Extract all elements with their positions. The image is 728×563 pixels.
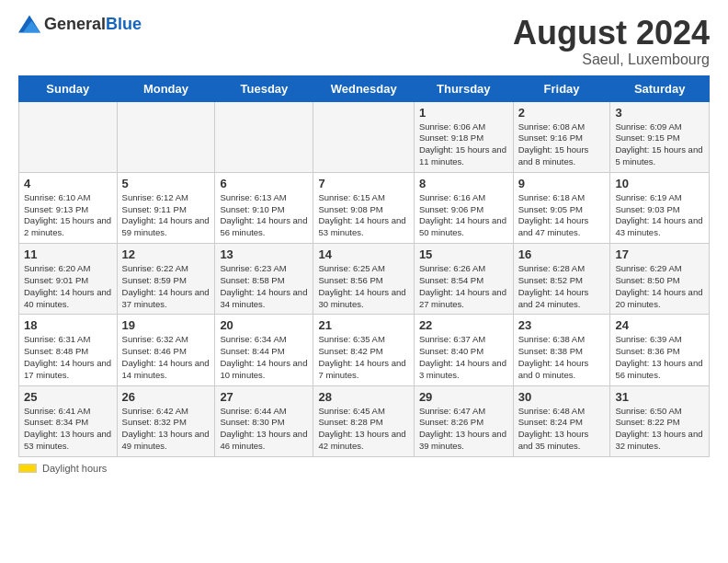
month-title: August 2024	[513, 15, 710, 52]
calendar-cell: 27Sunrise: 6:44 AM Sunset: 8:30 PM Dayli…	[215, 385, 313, 456]
day-number: 11	[24, 247, 112, 261]
day-number: 7	[318, 177, 408, 190]
calendar-day-header: Tuesday	[215, 75, 313, 101]
location-title: Saeul, Luxembourg	[513, 52, 710, 68]
calendar-cell: 9Sunrise: 6:18 AM Sunset: 9:05 PM Daylig…	[513, 172, 610, 243]
page-header: GeneralBlue August 2024 Saeul, Luxembour…	[18, 15, 710, 68]
calendar-cell: 20Sunrise: 6:34 AM Sunset: 8:44 PM Dayli…	[215, 315, 313, 385]
day-number: 29	[419, 390, 508, 404]
day-info: Sunrise: 6:48 AM Sunset: 8:24 PM Dayligh…	[518, 406, 606, 453]
day-info: Sunrise: 6:15 AM Sunset: 9:08 PM Dayligh…	[318, 192, 408, 239]
day-info: Sunrise: 6:26 AM Sunset: 8:54 PM Dayligh…	[419, 263, 508, 310]
day-info: Sunrise: 6:34 AM Sunset: 8:44 PM Dayligh…	[220, 334, 308, 381]
day-number: 24	[615, 318, 704, 332]
calendar-week-row: 25Sunrise: 6:41 AM Sunset: 8:34 PM Dayli…	[19, 385, 710, 456]
day-number: 22	[419, 318, 508, 332]
calendar-day-header: Monday	[117, 75, 215, 101]
title-block: August 2024 Saeul, Luxembourg	[513, 15, 710, 68]
calendar-cell: 30Sunrise: 6:48 AM Sunset: 8:24 PM Dayli…	[513, 385, 610, 456]
day-info: Sunrise: 6:06 AM Sunset: 9:18 PM Dayligh…	[419, 121, 508, 168]
calendar-day-header: Saturday	[610, 75, 710, 101]
calendar-cell: 17Sunrise: 6:29 AM Sunset: 8:50 PM Dayli…	[610, 244, 710, 315]
day-number: 18	[24, 318, 112, 332]
day-number: 31	[615, 390, 704, 404]
calendar-cell: 19Sunrise: 6:32 AM Sunset: 8:46 PM Dayli…	[117, 315, 215, 385]
calendar-cell: 31Sunrise: 6:50 AM Sunset: 8:22 PM Dayli…	[610, 385, 710, 456]
day-number: 1	[419, 106, 508, 120]
calendar-cell: 6Sunrise: 6:13 AM Sunset: 9:10 PM Daylig…	[215, 172, 313, 243]
day-info: Sunrise: 6:47 AM Sunset: 8:26 PM Dayligh…	[419, 406, 508, 453]
day-number: 5	[122, 177, 210, 190]
day-number: 16	[518, 247, 606, 261]
day-number: 3	[615, 106, 704, 120]
calendar-week-row: 11Sunrise: 6:20 AM Sunset: 9:01 PM Dayli…	[19, 244, 710, 315]
logo-icon	[18, 15, 40, 33]
calendar-cell: 2Sunrise: 6:08 AM Sunset: 9:16 PM Daylig…	[513, 101, 610, 172]
day-info: Sunrise: 6:35 AM Sunset: 8:42 PM Dayligh…	[318, 334, 408, 381]
day-info: Sunrise: 6:32 AM Sunset: 8:46 PM Dayligh…	[122, 334, 210, 381]
day-number: 10	[615, 177, 704, 190]
calendar-cell: 24Sunrise: 6:39 AM Sunset: 8:36 PM Dayli…	[610, 315, 710, 385]
calendar-cell: 11Sunrise: 6:20 AM Sunset: 9:01 PM Dayli…	[19, 244, 118, 315]
day-number: 23	[518, 318, 606, 332]
day-info: Sunrise: 6:41 AM Sunset: 8:34 PM Dayligh…	[24, 406, 112, 453]
day-info: Sunrise: 6:28 AM Sunset: 8:52 PM Dayligh…	[518, 263, 606, 310]
calendar-cell: 16Sunrise: 6:28 AM Sunset: 8:52 PM Dayli…	[513, 244, 610, 315]
calendar-header-row: SundayMondayTuesdayWednesdayThursdayFrid…	[19, 75, 710, 101]
calendar-cell: 12Sunrise: 6:22 AM Sunset: 8:59 PM Dayli…	[117, 244, 215, 315]
calendar-cell	[215, 101, 313, 172]
day-number: 28	[318, 390, 408, 404]
day-number: 30	[518, 390, 606, 404]
day-number: 2	[518, 106, 606, 120]
day-number: 15	[419, 247, 508, 261]
day-number: 6	[220, 177, 308, 190]
calendar-week-row: 1Sunrise: 6:06 AM Sunset: 9:18 PM Daylig…	[19, 101, 710, 172]
day-number: 4	[24, 177, 112, 190]
day-info: Sunrise: 6:50 AM Sunset: 8:22 PM Dayligh…	[615, 406, 704, 453]
day-number: 17	[615, 247, 704, 261]
calendar-cell: 13Sunrise: 6:23 AM Sunset: 8:58 PM Dayli…	[215, 244, 313, 315]
calendar-cell: 26Sunrise: 6:42 AM Sunset: 8:32 PM Dayli…	[117, 385, 215, 456]
calendar-cell: 23Sunrise: 6:38 AM Sunset: 8:38 PM Dayli…	[513, 315, 610, 385]
day-info: Sunrise: 6:39 AM Sunset: 8:36 PM Dayligh…	[615, 334, 704, 381]
calendar-day-header: Wednesday	[313, 75, 414, 101]
day-number: 9	[518, 177, 606, 190]
calendar-cell: 21Sunrise: 6:35 AM Sunset: 8:42 PM Dayli…	[313, 315, 414, 385]
calendar-cell: 22Sunrise: 6:37 AM Sunset: 8:40 PM Dayli…	[414, 315, 513, 385]
calendar-day-header: Friday	[513, 75, 610, 101]
daylight-label: Daylight hours	[42, 463, 107, 474]
calendar-week-row: 4Sunrise: 6:10 AM Sunset: 9:13 PM Daylig…	[19, 172, 710, 243]
calendar-cell: 7Sunrise: 6:15 AM Sunset: 9:08 PM Daylig…	[313, 172, 414, 243]
day-number: 21	[318, 318, 408, 332]
day-number: 14	[318, 247, 408, 261]
calendar-week-row: 18Sunrise: 6:31 AM Sunset: 8:48 PM Dayli…	[19, 315, 710, 385]
calendar-cell: 10Sunrise: 6:19 AM Sunset: 9:03 PM Dayli…	[610, 172, 710, 243]
day-info: Sunrise: 6:09 AM Sunset: 9:15 PM Dayligh…	[615, 121, 704, 168]
day-info: Sunrise: 6:25 AM Sunset: 8:56 PM Dayligh…	[318, 263, 408, 310]
daylight-bar-icon	[18, 464, 37, 473]
calendar-cell: 4Sunrise: 6:10 AM Sunset: 9:13 PM Daylig…	[19, 172, 118, 243]
calendar-cell: 28Sunrise: 6:45 AM Sunset: 8:28 PM Dayli…	[313, 385, 414, 456]
day-info: Sunrise: 6:19 AM Sunset: 9:03 PM Dayligh…	[615, 192, 704, 239]
calendar-day-header: Sunday	[19, 75, 118, 101]
day-info: Sunrise: 6:08 AM Sunset: 9:16 PM Dayligh…	[518, 121, 606, 168]
day-info: Sunrise: 6:12 AM Sunset: 9:11 PM Dayligh…	[122, 192, 210, 239]
calendar-table: SundayMondayTuesdayWednesdayThursdayFrid…	[18, 75, 710, 457]
day-number: 25	[24, 390, 112, 404]
calendar-day-header: Thursday	[414, 75, 513, 101]
day-number: 20	[220, 318, 308, 332]
day-number: 19	[122, 318, 210, 332]
day-info: Sunrise: 6:42 AM Sunset: 8:32 PM Dayligh…	[122, 406, 210, 453]
day-info: Sunrise: 6:37 AM Sunset: 8:40 PM Dayligh…	[419, 334, 508, 381]
day-info: Sunrise: 6:22 AM Sunset: 8:59 PM Dayligh…	[122, 263, 210, 310]
day-info: Sunrise: 6:31 AM Sunset: 8:48 PM Dayligh…	[24, 334, 112, 381]
day-number: 12	[122, 247, 210, 261]
calendar-cell: 29Sunrise: 6:47 AM Sunset: 8:26 PM Dayli…	[414, 385, 513, 456]
logo: GeneralBlue	[18, 15, 142, 33]
calendar-cell	[313, 101, 414, 172]
calendar-cell	[19, 101, 118, 172]
day-number: 27	[220, 390, 308, 404]
calendar-cell: 25Sunrise: 6:41 AM Sunset: 8:34 PM Dayli…	[19, 385, 118, 456]
day-info: Sunrise: 6:45 AM Sunset: 8:28 PM Dayligh…	[318, 406, 408, 453]
logo-text-blue: Blue	[106, 15, 142, 33]
